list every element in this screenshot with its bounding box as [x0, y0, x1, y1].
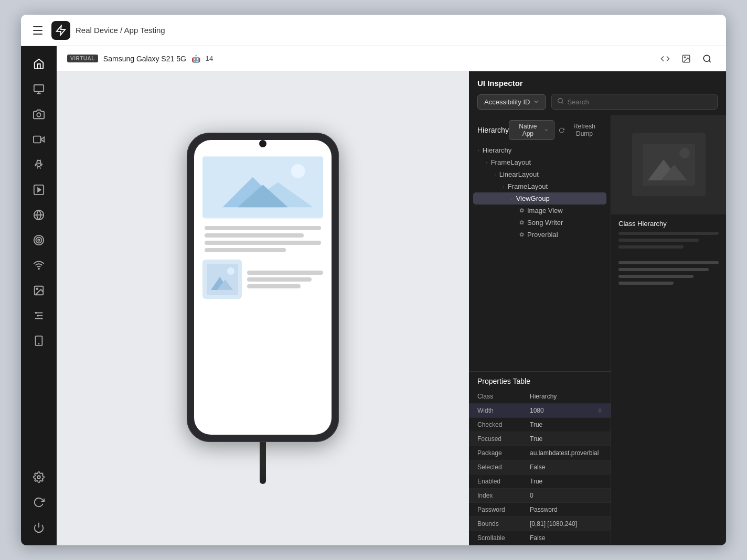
- prop-val-package: au.lambdatest.proverbial: [521, 446, 611, 460]
- table-row: Class Hierarchy: [469, 390, 611, 404]
- table-row: Width 1080 ⎘: [469, 404, 611, 418]
- prop-key-class: Class: [469, 390, 521, 404]
- text-line: [247, 284, 301, 288]
- inspector-title: UI Inspector: [477, 79, 718, 88]
- class-line: [618, 282, 674, 285]
- tree-item-proverbial[interactable]: ✿ Proverbial: [473, 229, 606, 241]
- sidebar-item-video[interactable]: [27, 128, 50, 151]
- prop-key-enabled: Enabled: [469, 475, 521, 489]
- text-line: [205, 226, 321, 230]
- prop-key-package: Package: [469, 446, 521, 460]
- tree-item-framelayout-2[interactable]: · FrameLayout: [473, 180, 606, 192]
- main-body: VIRTUAL Samsung Galaxy S21 5G 🤖 14: [21, 46, 726, 545]
- tree-item-imageview[interactable]: ✿ Image View: [473, 204, 606, 217]
- small-text-lines: [247, 271, 323, 288]
- sidebar-item-image[interactable]: [27, 279, 50, 302]
- class-line: [618, 261, 719, 264]
- class-line: [618, 268, 709, 271]
- inspector-button[interactable]: [699, 50, 716, 67]
- table-row: Checked True: [469, 418, 611, 432]
- prop-val-index: 0: [521, 489, 611, 503]
- tree-item-framelayout-1[interactable]: · FrameLayout: [473, 156, 606, 168]
- svg-rect-1: [34, 85, 44, 92]
- refresh-dump-button[interactable]: Refresh Dump: [559, 123, 602, 137]
- phone-notch: [259, 140, 266, 147]
- prop-val-focused: True: [521, 432, 611, 446]
- text-line: [205, 233, 304, 238]
- virtual-badge: VIRTUAL: [67, 55, 98, 62]
- device-actions: [657, 50, 716, 67]
- search-input[interactable]: [567, 98, 712, 106]
- content-area: VIRTUAL Samsung Galaxy S21 5G 🤖 14: [57, 46, 726, 545]
- sidebar-item-sliders[interactable]: [27, 304, 50, 327]
- class-line: [618, 275, 693, 278]
- sidebar-item-globe[interactable]: [27, 203, 50, 227]
- properties-section: Properties Table Class Hierarchy Wi: [469, 371, 611, 546]
- sidebar-item-camera[interactable]: [27, 103, 50, 126]
- prop-val-enabled: True: [521, 475, 611, 489]
- copy-icon[interactable]: ⎘: [599, 407, 602, 414]
- right-panel: Class Hierarchy: [611, 115, 726, 545]
- prop-val-selected: False: [521, 460, 611, 475]
- search-icon: [557, 98, 564, 106]
- sidebar-item-phone[interactable]: [27, 329, 50, 352]
- table-row: Package au.lambdatest.proverbial: [469, 446, 611, 460]
- hamburger-menu[interactable]: [29, 22, 46, 39]
- prop-val-scrollable: False: [521, 531, 611, 545]
- phone-screen: [194, 140, 332, 435]
- prop-key-width: Width: [469, 404, 521, 418]
- sidebar-item-monitor[interactable]: [27, 78, 50, 101]
- hierarchy-right: Native App Refresh Dump: [509, 120, 602, 140]
- app-content: [194, 140, 332, 307]
- svg-point-28: [684, 57, 685, 58]
- tree-item-songwriter[interactable]: ✿ Song Writer: [473, 217, 606, 229]
- sidebar-item-home[interactable]: [27, 52, 50, 76]
- text-line: [205, 241, 321, 245]
- split-view: UI Inspector Accessibility ID: [57, 71, 726, 545]
- tree-item-linearlayout[interactable]: · LinearLayout: [473, 168, 606, 180]
- svg-point-39: [227, 267, 234, 275]
- android-icon: 🤖: [191, 55, 200, 63]
- svg-point-21: [37, 315, 39, 317]
- table-row: Selected False: [469, 460, 611, 475]
- sidebar: [21, 46, 57, 545]
- prop-val-password: Password: [521, 503, 611, 517]
- sidebar-item-bug[interactable]: [27, 153, 50, 176]
- inspector-header: UI Inspector Accessibility ID: [469, 71, 726, 115]
- device-name: Samsung Galaxy S21 5G: [103, 55, 186, 63]
- api-level: 14: [206, 55, 213, 62]
- tree-item-viewgroup[interactable]: · ViewGroup: [473, 192, 606, 204]
- svg-point-22: [41, 318, 43, 320]
- sidebar-item-power[interactable]: [27, 516, 50, 539]
- svg-marker-5: [41, 137, 44, 142]
- sidebar-item-signal[interactable]: [27, 254, 50, 277]
- preview-placeholder: [632, 133, 706, 196]
- top-bar: Real Device / App Testing: [21, 15, 726, 46]
- table-row: Focused True: [469, 432, 611, 446]
- table-row: Enabled True: [469, 475, 611, 489]
- svg-rect-6: [34, 136, 41, 143]
- table-row: Index 0: [469, 489, 611, 503]
- svg-point-4: [37, 113, 40, 116]
- small-image: [202, 260, 242, 299]
- app-window: Real Device / App Testing: [21, 15, 726, 545]
- native-app-button[interactable]: Native App: [509, 120, 554, 140]
- sidebar-item-play[interactable]: [27, 178, 50, 201]
- search-box: [551, 94, 718, 110]
- code-button[interactable]: [657, 50, 674, 67]
- tree-item-hierarchy[interactable]: · Hierarchy: [473, 144, 606, 156]
- class-hierarchy-title: Class Hierarchy: [611, 214, 726, 232]
- sidebar-item-refresh[interactable]: [27, 491, 50, 514]
- sidebar-item-target[interactable]: [27, 229, 50, 252]
- class-line: [618, 232, 719, 235]
- screenshot-button[interactable]: [678, 50, 695, 67]
- svg-point-45: [679, 148, 690, 158]
- page-title: Real Device / App Testing: [76, 26, 165, 35]
- prop-val-class: Hierarchy: [521, 390, 611, 404]
- accessibility-id-button[interactable]: Accessibility ID: [477, 94, 546, 110]
- prop-key-scrollable: Scrollable: [469, 531, 521, 545]
- inspector-panel: UI Inspector Accessibility ID: [469, 71, 726, 545]
- properties-title: Properties Table: [469, 372, 611, 390]
- table-row: Password Password: [469, 503, 611, 517]
- sidebar-item-settings[interactable]: [27, 466, 50, 489]
